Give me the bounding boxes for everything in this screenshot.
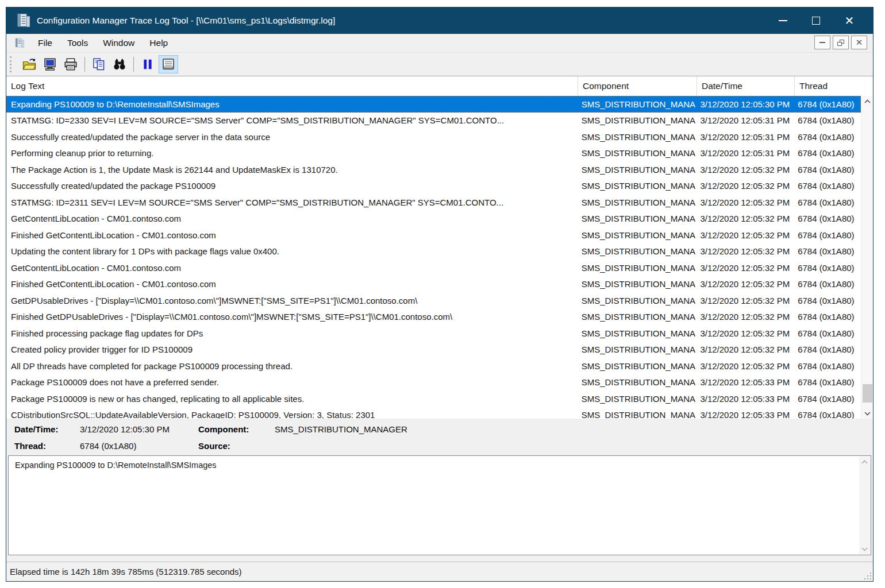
log-cell-thread: 6784 (0x1A80) [793, 211, 861, 227]
toolbar-separator [84, 57, 85, 72]
log-row[interactable]: All DP threads have completed for packag… [6, 358, 861, 374]
log-cell-text: Successfully created/updated the package… [6, 129, 577, 145]
find-button[interactable] [110, 55, 129, 74]
computer-icon [43, 57, 57, 71]
scroll-down-button[interactable] [861, 408, 873, 419]
message-body-pane: Expanding PS100009 to D:\RemoteInstall\S… [8, 455, 871, 555]
log-cell-thread: 6784 (0x1A80) [793, 194, 861, 211]
log-row[interactable]: Package PS100009 is new or has changed, … [6, 390, 861, 407]
log-vertical-scrollbar[interactable] [861, 96, 873, 419]
log-list-body: Expanding PS100009 to D:\RemoteInstall\S… [6, 96, 873, 419]
log-cell-text: Successfully created/updated the package… [6, 178, 577, 195]
log-cell-date: 3/12/2020 12:05:32 PM [695, 243, 793, 260]
log-row[interactable]: STATMSG: ID=2311 SEV=I LEV=M SOURCE="SMS… [6, 194, 861, 211]
scroll-up-button[interactable] [859, 457, 870, 467]
pause-button[interactable] [138, 55, 157, 74]
column-header-datetime[interactable]: Date/Time [697, 76, 794, 96]
log-row[interactable]: Performing cleanup prior to returning.SM… [6, 145, 861, 162]
app-window: Configuration Manager Trace Log Tool - [… [6, 7, 874, 582]
log-row[interactable]: Finished GetContentLibLocation - CM01.co… [6, 276, 861, 293]
log-row[interactable]: Package PS100009 does not have a preferr… [6, 374, 861, 391]
log-cell-comp: SMS_DISTRIBUTION_MANAGER [577, 292, 696, 309]
log-cell-text: Expanding PS100009 to D:\RemoteInstall\S… [6, 96, 577, 113]
log-cell-date: 3/12/2020 12:05:33 PM [695, 374, 793, 391]
copy-button[interactable] [89, 55, 109, 74]
document-menu-icon[interactable] [14, 38, 25, 48]
message-vertical-scrollbar[interactable] [859, 457, 870, 554]
log-row[interactable]: CDistributionSrcSQL::UpdateAvailableVers… [6, 407, 861, 419]
mdi-minimize-button[interactable] [814, 36, 830, 49]
log-cell-text: Package PS100009 does not have a preferr… [6, 374, 577, 391]
log-row[interactable]: The Package Action is 1, the Update Mask… [6, 161, 861, 178]
log-cell-date: 3/12/2020 12:05:30 PM [695, 96, 793, 113]
chevron-down-icon [861, 547, 868, 551]
log-cell-comp: SMS_DISTRIBUTION_MANAGER [577, 145, 696, 162]
log-cell-date: 3/12/2020 12:05:32 PM [695, 260, 793, 276]
log-cell-thread: 6784 (0x1A80) [793, 358, 861, 374]
minimize-button[interactable] [766, 7, 799, 34]
log-cell-thread: 6784 (0x1A80) [793, 145, 861, 162]
menu-tools[interactable]: Tools [60, 36, 95, 51]
menu-file[interactable]: File [30, 36, 60, 51]
log-cell-thread: 6784 (0x1A80) [793, 113, 861, 129]
mdi-restore-button[interactable] [833, 36, 849, 49]
app-logo-icon [16, 13, 31, 28]
menu-window[interactable]: Window [95, 36, 142, 51]
printer-icon [64, 57, 78, 71]
detail-thread-label: Thread: [14, 441, 80, 451]
column-header-component[interactable]: Component [578, 76, 697, 96]
log-row[interactable]: Expanding PS100009 to D:\RemoteInstall\S… [6, 96, 861, 113]
close-icon: ✕ [845, 15, 855, 26]
status-bar: Elapsed time is 142h 18m 39s 785ms (5123… [6, 562, 873, 581]
log-monitor-icon [161, 57, 175, 71]
toolbar-gripper[interactable] [10, 56, 14, 72]
detail-datetime-value: 3/12/2020 12:05:30 PM [80, 424, 198, 434]
log-row[interactable]: STATMSG: ID=2330 SEV=I LEV=M SOURCE="SMS… [6, 113, 861, 129]
resize-grip-icon[interactable] [863, 571, 871, 579]
column-header-log-text[interactable]: Log Text [6, 76, 578, 96]
print-button[interactable] [61, 55, 80, 74]
log-cell-date: 3/12/2020 12:05:32 PM [695, 309, 793, 326]
mdi-restore-icon [837, 40, 844, 46]
log-cell-thread: 6784 (0x1A80) [793, 260, 861, 276]
log-cell-text: Finished GetContentLibLocation - CM01.co… [6, 227, 577, 243]
log-cell-date: 3/12/2020 12:05:33 PM [695, 407, 793, 419]
log-row[interactable]: Finished GetContentLibLocation - CM01.co… [6, 227, 861, 243]
menu-help[interactable]: Help [142, 36, 175, 51]
log-row[interactable]: Created policy provider trigger for ID P… [6, 342, 861, 358]
maximize-button[interactable] [799, 7, 833, 34]
log-cell-comp: SMS_DISTRIBUTION_MANAGER [577, 129, 696, 145]
log-row[interactable]: Finished processing package flag updates… [6, 325, 861, 342]
log-row[interactable]: GetContentLibLocation - CM01.contoso.com… [6, 211, 861, 227]
log-list-header: Log Text Component Date/Time Thread [6, 76, 873, 96]
chevron-up-icon [861, 460, 868, 465]
mdi-close-button[interactable]: ✕ [851, 36, 867, 49]
chevron-down-icon [864, 411, 871, 416]
spacer [6, 555, 873, 562]
log-row[interactable]: Successfully created/updated the package… [6, 129, 861, 145]
mdi-close-icon: ✕ [856, 38, 863, 47]
log-cell-text: Finished GetDPUsableDrives - ["Display=\… [6, 309, 577, 326]
open-file-button[interactable] [20, 55, 39, 74]
scrollbar-thumb[interactable] [863, 384, 872, 403]
detail-datetime-label: Date/Time: [14, 424, 80, 434]
detail-pane: Date/Time: 3/12/2020 12:05:30 PM Compone… [6, 419, 873, 455]
close-button[interactable]: ✕ [833, 7, 866, 34]
log-row[interactable]: GetContentLibLocation - CM01.contoso.com… [6, 260, 861, 276]
log-rows: Expanding PS100009 to D:\RemoteInstall\S… [6, 96, 861, 419]
log-cell-date: 3/12/2020 12:05:31 PM [695, 129, 793, 145]
log-cell-text: Finished processing package flag updates… [6, 325, 577, 342]
pause-icon [141, 57, 155, 71]
highlight-button[interactable] [159, 55, 178, 74]
open-remote-button[interactable] [40, 55, 60, 74]
column-header-thread[interactable]: Thread [794, 76, 862, 96]
log-row[interactable]: Finished GetDPUsableDrives - ["Display=\… [6, 309, 861, 326]
log-row[interactable]: Updating the content library for 1 DPs w… [6, 243, 861, 260]
log-row[interactable]: Successfully created/updated the package… [6, 178, 861, 195]
log-cell-comp: SMS_DISTRIBUTION_MANAGER [577, 194, 696, 211]
log-cell-thread: 6784 (0x1A80) [793, 276, 861, 293]
log-row[interactable]: GetDPUsableDrives - ["Display=\\CM01.con… [6, 292, 861, 309]
toolbar-separator [133, 57, 134, 72]
scroll-down-button[interactable] [859, 543, 870, 554]
scroll-up-button[interactable] [861, 96, 873, 107]
